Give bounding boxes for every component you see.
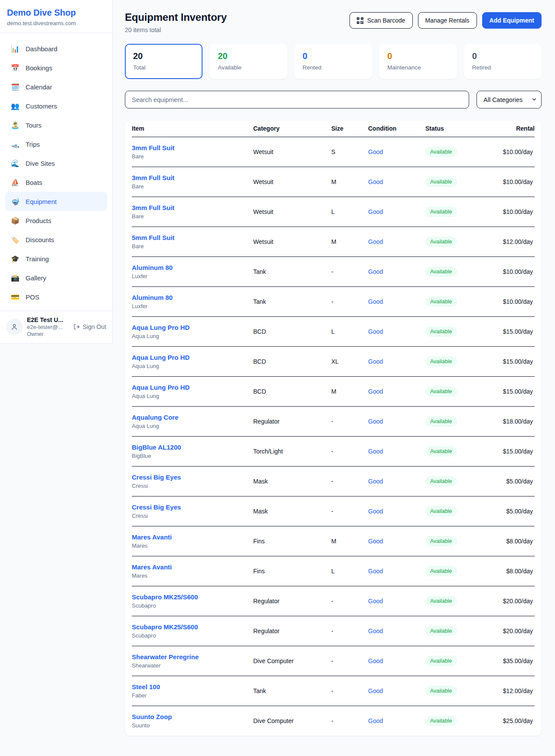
item-name-link[interactable]: 5mm Full Suit (132, 234, 251, 241)
sidebar-item-gallery[interactable]: 📸Gallery (5, 268, 107, 287)
sidebar-nav: 📊Dashboard📅Bookings🗓️Calendar👥Customers🏝… (0, 33, 112, 311)
item-name-link[interactable]: 3mm Full Suit (132, 204, 251, 211)
motorboat-icon: 🛥️ (10, 140, 20, 148)
stat-card-maintenance[interactable]: 0Maintenance (379, 44, 457, 79)
sidebar-item-label: Boats (26, 179, 42, 186)
column-header-rental: Rental (495, 121, 535, 137)
sidebar-item-products[interactable]: 📦Products (5, 211, 107, 230)
sidebar-item-bookings[interactable]: 📅Bookings (5, 58, 107, 77)
stat-card-rented[interactable]: 0Rented (294, 44, 372, 79)
sidebar-item-pos[interactable]: 💳POS (5, 287, 107, 306)
sidebar: Demo Dive Shop demo.test.divestreams.com… (0, 0, 113, 344)
category-select[interactable]: All Categories (477, 91, 542, 108)
item-condition-link[interactable]: Good (368, 478, 383, 485)
table-row: 3mm Full Suit Bare Wetsuit M Good Availa… (132, 167, 535, 197)
sidebar-item-label: Equipment (26, 198, 57, 205)
item-rental: $20.00/day (495, 586, 535, 616)
item-name-link[interactable]: 3mm Full Suit (132, 144, 251, 151)
status-badge: Available (425, 476, 457, 486)
title-block: Equipment Inventory 20 items total (125, 11, 227, 33)
stat-label: Maintenance (387, 64, 448, 71)
item-name-link[interactable]: Aqualung Core (132, 414, 251, 421)
item-condition-link[interactable]: Good (368, 717, 383, 724)
item-condition-link[interactable]: Good (368, 628, 383, 634)
item-condition-link[interactable]: Good (368, 538, 383, 545)
item-category: Wetsuit (253, 227, 331, 256)
sidebar-item-tours[interactable]: 🏝️Tours (5, 115, 107, 135)
item-name-link[interactable]: Mares Avanti (132, 563, 251, 571)
item-condition-link[interactable]: Good (368, 178, 383, 185)
sidebar-item-dashboard[interactable]: 📊Dashboard (5, 39, 107, 58)
spiral-calendar-icon: 🗓️ (10, 83, 20, 91)
item-name-link[interactable]: BigBlue AL1200 (132, 444, 251, 451)
stat-card-total[interactable]: 20Total (125, 44, 202, 79)
status-badge: Available (425, 237, 457, 247)
sidebar-item-boats[interactable]: ⛵Boats (5, 173, 107, 192)
item-condition-link[interactable]: Good (368, 148, 383, 155)
item-condition-link[interactable]: Good (368, 448, 383, 455)
item-rental: $12.00/day (495, 227, 535, 256)
item-condition-link[interactable]: Good (368, 268, 383, 275)
item-name-link[interactable]: Cressi Big Eyes (132, 503, 251, 511)
item-condition-link[interactable]: Good (368, 598, 383, 605)
bar-chart-icon: 📊 (10, 45, 20, 53)
item-name-link[interactable]: Aluminum 80 (132, 264, 251, 271)
item-condition-link[interactable]: Good (368, 358, 383, 365)
column-header-category: Category (253, 121, 331, 137)
item-name-link[interactable]: Mares Avanti (132, 533, 251, 541)
item-name-link[interactable]: 3mm Full Suit (132, 174, 251, 181)
filter-row: All Categories (125, 91, 542, 108)
brand-name[interactable]: Demo Dive Shop (7, 8, 105, 18)
item-condition-link[interactable]: Good (368, 568, 383, 575)
category-select-wrap: All Categories (477, 91, 542, 108)
item-condition-link[interactable]: Good (368, 388, 383, 395)
item-category: Regulator (253, 406, 331, 436)
item-condition-link[interactable]: Good (368, 238, 383, 245)
item-name-link[interactable]: Steel 100 (132, 683, 251, 690)
item-condition-link[interactable]: Good (368, 687, 383, 694)
sidebar-item-discounts[interactable]: 🏷️Discounts (5, 230, 107, 249)
item-condition-link[interactable]: Good (368, 298, 383, 305)
sidebar-item-label: Dive Sites (26, 160, 55, 167)
sidebar-item-equipment[interactable]: 🤿Equipment (5, 192, 107, 211)
stat-value: 0 (472, 51, 533, 61)
scan-barcode-button[interactable]: Scan Barcode (349, 12, 413, 29)
item-name-link[interactable]: Suunto Zoop (132, 713, 251, 720)
sidebar-item-dive-sites[interactable]: 🌊Dive Sites (5, 154, 107, 173)
item-name-link[interactable]: Aluminum 80 (132, 294, 251, 301)
item-condition-link[interactable]: Good (368, 418, 383, 425)
item-name-link[interactable]: Aqua Lung Pro HD (132, 354, 251, 361)
item-name-link[interactable]: Scubapro MK25/S600 (132, 593, 251, 601)
search-input[interactable] (125, 91, 469, 108)
add-equipment-label: Add Equipment (490, 17, 534, 24)
item-rental: $15.00/day (495, 346, 535, 376)
stat-card-available[interactable]: 20Available (209, 44, 287, 79)
item-brand: Cressi (132, 483, 251, 489)
sign-out-label: Sign Out (83, 323, 106, 330)
item-name-link[interactable]: Shearwater Peregrine (132, 653, 251, 661)
item-condition-link[interactable]: Good (368, 508, 383, 515)
item-condition-link[interactable]: Good (368, 328, 383, 335)
page-title: Equipment Inventory (125, 11, 227, 23)
item-name-link[interactable]: Scubapro MK25/S600 (132, 623, 251, 631)
sidebar-item-calendar[interactable]: 🗓️Calendar (5, 77, 107, 96)
add-equipment-button[interactable]: Add Equipment (482, 12, 542, 29)
status-badge: Available (425, 416, 457, 427)
sidebar-item-training[interactable]: 🎓Training (5, 249, 107, 268)
sidebar-item-customers[interactable]: 👥Customers (5, 96, 107, 115)
item-size: - (331, 286, 368, 316)
item-name-link[interactable]: Aqua Lung Pro HD (132, 384, 251, 391)
sidebar-item-trips[interactable]: 🛥️Trips (5, 135, 107, 154)
item-brand: Bare (132, 153, 251, 160)
item-name-link[interactable]: Cressi Big Eyes (132, 473, 251, 481)
manage-rentals-button[interactable]: Manage Rentals (418, 12, 477, 29)
sign-out-button[interactable]: Sign Out (73, 323, 106, 330)
item-size: M (331, 167, 368, 197)
item-brand: Cressi (132, 513, 251, 519)
item-condition-link[interactable]: Good (368, 657, 383, 664)
sidebar-item-label: Customers (26, 102, 57, 110)
stat-card-retired[interactable]: 0Retired (464, 44, 542, 79)
item-condition-link[interactable]: Good (368, 208, 383, 215)
item-name-link[interactable]: Aqua Lung Pro HD (132, 324, 251, 331)
island-icon: 🏝️ (10, 121, 20, 129)
